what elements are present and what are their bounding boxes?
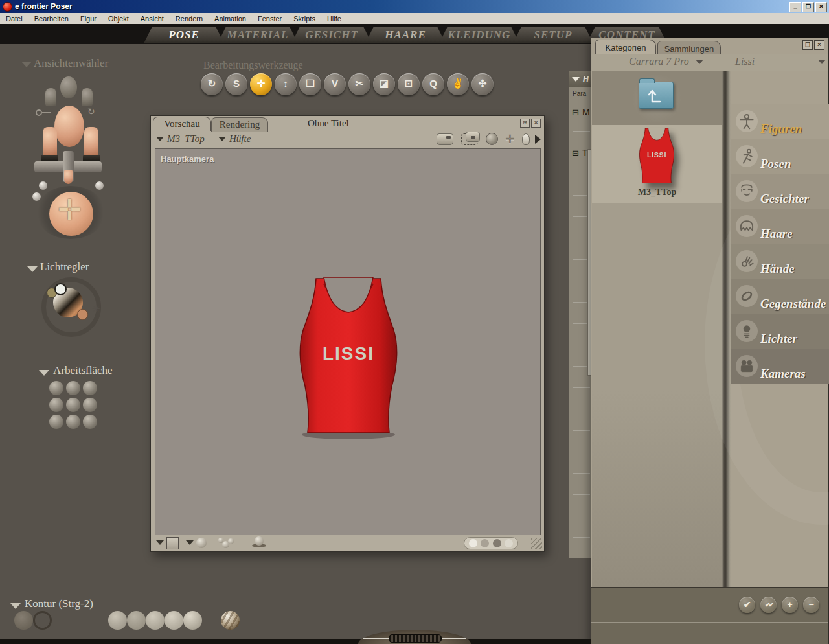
category-kameras[interactable]: Kameras xyxy=(731,349,829,384)
display-style-cartoon[interactable] xyxy=(146,611,165,630)
menu-bearbeiten[interactable]: Bearbeiten xyxy=(28,15,74,23)
document-style-sphere-icon[interactable] xyxy=(196,538,207,548)
menu-datei[interactable]: Datei xyxy=(0,15,28,23)
tracking-dot-4[interactable] xyxy=(505,539,513,547)
grouping-tool-button[interactable]: ⊡ xyxy=(398,73,420,95)
tab-vorschau[interactable]: Vorschau xyxy=(153,117,211,131)
camera-cross-hand[interactable] xyxy=(64,170,73,184)
menu-skripts[interactable]: Skripts xyxy=(288,15,321,23)
library-scrollbar[interactable] xyxy=(722,71,731,587)
key-camera-icon[interactable] xyxy=(36,109,52,117)
background-swatch[interactable] xyxy=(166,537,179,549)
folder-up-item[interactable] xyxy=(592,71,722,125)
translate-tool-button[interactable]: ✛ xyxy=(250,73,272,95)
morphing-tool-button[interactable]: ✌ xyxy=(447,73,469,95)
tab-pose[interactable]: POSE xyxy=(144,27,224,43)
direct-manipulation-tool-button[interactable]: ✣ xyxy=(471,73,494,95)
collapse-box-icon[interactable]: ⊟ xyxy=(572,108,579,117)
workspace-dots[interactable] xyxy=(49,381,100,431)
category-gesichter[interactable]: Gesichter xyxy=(731,174,829,209)
tab-material[interactable]: MATERIAL xyxy=(218,27,298,43)
twist-tool-button[interactable]: S xyxy=(225,73,247,95)
category-lichter[interactable]: Lichter xyxy=(731,314,829,349)
category-gegenstaende[interactable]: Gegenstände xyxy=(731,279,829,314)
orbit-head-icon[interactable] xyxy=(486,133,498,145)
light-controls-collapse[interactable] xyxy=(27,263,38,275)
restore-button[interactable]: ❐ xyxy=(802,2,814,12)
tab-setup[interactable]: SETUP xyxy=(513,27,593,43)
tracking-dot-1[interactable] xyxy=(469,539,477,547)
display-style-outline[interactable] xyxy=(33,611,52,630)
menu-ansicht[interactable]: Ansicht xyxy=(135,15,170,23)
taper-tool-button[interactable]: V xyxy=(324,73,346,95)
camera-dolly-icon[interactable] xyxy=(461,133,478,145)
display-style-cartoon-lined[interactable] xyxy=(165,611,183,630)
category-haende[interactable]: Hände xyxy=(731,244,829,279)
figure-menu[interactable]: M3_TTop xyxy=(156,133,205,144)
trackball[interactable]: ✛ xyxy=(49,192,93,236)
remove-button[interactable]: − xyxy=(803,597,819,613)
camera-dot-left[interactable] xyxy=(39,181,47,190)
category-figuren[interactable]: Figuren xyxy=(731,104,829,139)
color-tool-button[interactable]: ◪ xyxy=(373,73,395,95)
tracking-dot-2[interactable] xyxy=(481,539,489,547)
display-style-chevron-icon[interactable] xyxy=(186,540,194,545)
runtime-menu[interactable]: Carrara 7 Pro xyxy=(629,56,703,67)
tracking-dot-3[interactable] xyxy=(493,539,501,547)
display-style-hidden-line[interactable] xyxy=(71,611,89,630)
parameter-group-t[interactable]: ⊟ T xyxy=(572,148,587,158)
folder-menu[interactable]: Lissi xyxy=(735,56,826,67)
chain-break-tool-button[interactable]: ✂ xyxy=(348,73,370,95)
display-style-wireframe[interactable] xyxy=(52,611,71,630)
scale-tool-button[interactable]: ❏ xyxy=(299,73,321,95)
animation-slider-grip[interactable] xyxy=(389,634,442,643)
face-camera-head[interactable] xyxy=(54,106,84,147)
menu-fenster[interactable]: Fenster xyxy=(252,15,288,23)
preview-close-icon[interactable]: ✕ xyxy=(531,119,541,128)
camera-hand-left-small[interactable] xyxy=(45,88,56,106)
sun-icon[interactable]: ✳ xyxy=(92,303,100,315)
camera-icon[interactable] xyxy=(437,133,453,145)
tab-kategorien[interactable]: Kategorien xyxy=(595,40,656,54)
rotate-view-icon[interactable]: ↻ xyxy=(87,106,95,117)
actor-menu[interactable]: Hüfte xyxy=(218,133,251,144)
view-magnifier-tool-button[interactable]: Q xyxy=(422,73,444,95)
parameters-header[interactable]: H xyxy=(569,71,592,87)
close-button[interactable]: ✕ xyxy=(815,2,827,12)
rotate-tool-button[interactable]: ↻ xyxy=(201,73,223,95)
light-bulb-icon[interactable] xyxy=(522,133,530,145)
tab-kleidung[interactable]: KLEIDUNG xyxy=(439,27,519,43)
parameter-group-m[interactable]: ⊟ M xyxy=(572,107,590,117)
hand-camera-left[interactable] xyxy=(43,127,57,157)
parameters-tab-label[interactable]: Para xyxy=(573,90,586,97)
tab-gesicht[interactable]: GESICHT xyxy=(291,27,372,43)
shadow-toggle-sphere-icon[interactable] xyxy=(255,536,264,546)
display-style-flat-lined[interactable] xyxy=(127,611,146,630)
minimize-button[interactable]: _ xyxy=(789,2,801,12)
collapse-box-icon[interactable]: ⊟ xyxy=(572,149,579,157)
apply-check-button[interactable]: ✔ xyxy=(739,597,755,613)
menu-objekt[interactable]: Objekt xyxy=(102,15,135,23)
display-style-flat-shaded[interactable] xyxy=(108,611,127,630)
menu-animation[interactable]: Animation xyxy=(209,15,252,23)
menu-figur[interactable]: Figur xyxy=(74,15,102,23)
preview-maximize-icon[interactable]: ⊞ xyxy=(520,119,530,128)
tank-top-garment[interactable]: LISSI xyxy=(290,277,407,441)
camera-dot-right[interactable] xyxy=(95,181,104,190)
hand-camera-right[interactable] xyxy=(84,127,98,157)
display-style-texture-shaded[interactable] xyxy=(221,611,240,630)
move-cross-icon[interactable]: ✛ xyxy=(506,133,514,145)
camera-hand-right-small[interactable] xyxy=(82,88,93,106)
contour-collapse[interactable] xyxy=(10,600,21,612)
camera-head-small[interactable] xyxy=(60,76,77,98)
preview-canvas[interactable]: Hauptkamera LISSI xyxy=(155,148,541,535)
add-button[interactable]: + xyxy=(782,597,798,613)
light-knob-white[interactable] xyxy=(54,283,67,295)
tab-haare[interactable]: HAARE xyxy=(365,27,446,43)
light-knob-tan[interactable] xyxy=(77,309,88,320)
display-style-lit-wireframe[interactable] xyxy=(89,611,108,630)
display-style-smooth-shaded[interactable] xyxy=(183,611,202,630)
multi-style-sphere-top-icon[interactable] xyxy=(228,538,234,544)
library-close-icon[interactable]: ✕ xyxy=(814,40,824,50)
resize-grip[interactable] xyxy=(531,538,542,549)
